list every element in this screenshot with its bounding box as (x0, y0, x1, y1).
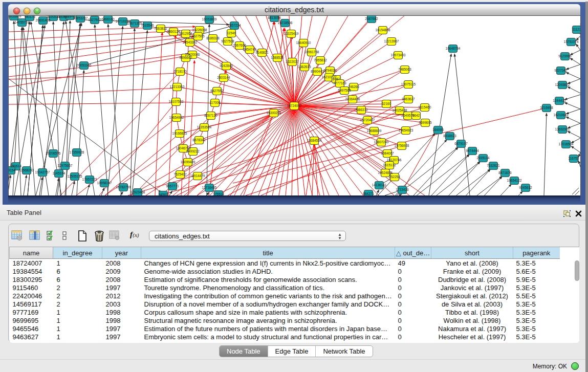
svg-text:8427552: 8427552 (210, 89, 224, 93)
svg-text:13226058: 13226058 (192, 28, 207, 32)
svg-text:117006: 117006 (209, 101, 221, 104)
svg-text:19342757: 19342757 (35, 170, 50, 174)
svg-text:9860124: 9860124 (167, 30, 180, 33)
svg-text:10025438: 10025438 (393, 108, 407, 112)
svg-text:252254: 252254 (389, 175, 400, 179)
svg-text:12213967: 12213967 (384, 39, 399, 43)
svg-text:17957223: 17957223 (82, 178, 97, 181)
svg-text:8912954: 8912954 (179, 32, 192, 35)
svg-text:1588520: 1588520 (271, 56, 284, 59)
svg-text:9699695: 9699695 (419, 121, 432, 124)
svg-text:6497568: 6497568 (338, 89, 351, 92)
svg-text:7986372: 7986372 (355, 108, 368, 112)
svg-text:16107553: 16107553 (169, 100, 184, 103)
svg-text:746266: 746266 (348, 85, 359, 89)
svg-text:7632621: 7632621 (487, 164, 500, 167)
svg-text:10853287: 10853287 (73, 16, 88, 20)
svg-text:7485063: 7485063 (398, 68, 411, 71)
svg-text:18640910: 18640910 (296, 41, 311, 45)
svg-text:14055724: 14055724 (15, 20, 30, 24)
svg-text:14136141: 14136141 (372, 183, 387, 187)
svg-text:20691406: 20691406 (36, 18, 51, 22)
svg-text:19654982: 19654982 (169, 116, 184, 119)
svg-text:9129966: 9129966 (558, 54, 572, 58)
svg-text:10671355: 10671355 (127, 21, 142, 25)
svg-text:8454749: 8454749 (243, 48, 256, 51)
svg-text:17016504: 17016504 (559, 142, 574, 146)
svg-text:2803144: 2803144 (217, 76, 230, 79)
svg-text:62160: 62160 (382, 102, 391, 105)
svg-text:20364436: 20364436 (345, 97, 360, 101)
svg-text:19756928: 19756928 (395, 144, 409, 147)
svg-text:7663822: 7663822 (154, 27, 167, 30)
svg-text:19166825: 19166825 (172, 132, 187, 135)
svg-text:8990443: 8990443 (311, 70, 324, 73)
svg-text:1527602: 1527602 (88, 18, 101, 21)
svg-text:9777169: 9777169 (333, 81, 346, 85)
svg-text:10961758: 10961758 (304, 50, 319, 54)
svg-text:13325419: 13325419 (284, 32, 299, 35)
svg-text:6466160: 6466160 (101, 17, 115, 21)
svg-text:9245612: 9245612 (519, 186, 532, 189)
svg-text:175514: 175514 (213, 192, 224, 195)
svg-text:6879197: 6879197 (454, 142, 468, 145)
svg-text:8678342: 8678342 (192, 138, 206, 142)
svg-text:116753: 116753 (568, 157, 579, 160)
svg-text:5499222: 5499222 (186, 149, 200, 153)
svg-text:9327505: 9327505 (191, 34, 205, 38)
svg-text:9657771: 9657771 (166, 184, 179, 188)
svg-text:16053809: 16053809 (9, 16, 21, 18)
svg-text:18807249: 18807249 (374, 140, 389, 144)
svg-text:15751074: 15751074 (564, 40, 579, 43)
svg-text:2718170: 2718170 (173, 70, 187, 73)
svg-text:9242848: 9242848 (220, 64, 233, 68)
svg-text:12505135: 12505135 (68, 174, 82, 178)
svg-text:8938923: 8938923 (443, 134, 456, 138)
svg-text:11123: 11123 (572, 28, 580, 31)
svg-text:2687682: 2687682 (365, 17, 378, 20)
svg-text:7857224: 7857224 (228, 24, 241, 27)
svg-text:9896662: 9896662 (179, 56, 192, 59)
svg-text:1145194: 1145194 (53, 171, 66, 175)
svg-text:16210643: 16210643 (554, 113, 569, 117)
svg-text:8813054: 8813054 (268, 16, 281, 19)
svg-text:2367608: 2367608 (233, 43, 246, 47)
svg-text:9327508: 9327508 (221, 39, 234, 43)
svg-text:8267130: 8267130 (204, 114, 217, 117)
svg-text:39154: 39154 (9, 168, 15, 172)
svg-text:12093822: 12093822 (555, 83, 570, 86)
svg-text:10973493: 10973493 (391, 53, 406, 57)
svg-text:19654923: 19654923 (399, 128, 413, 132)
svg-text:19218506: 19218506 (278, 21, 293, 25)
svg-text:15720407: 15720407 (360, 118, 375, 122)
svg-text:94507: 94507 (159, 193, 168, 195)
svg-text:13716485: 13716485 (202, 186, 217, 189)
svg-text:9146821: 9146821 (255, 51, 269, 54)
svg-text:13975115: 13975115 (401, 82, 416, 86)
svg-text:16154808: 16154808 (376, 28, 390, 32)
svg-text:19384554: 19384554 (307, 139, 322, 142)
svg-text:16782759: 16782759 (116, 185, 131, 189)
svg-text:990175: 990175 (24, 16, 35, 18)
svg-text:150614: 150614 (10, 164, 21, 168)
svg-text:7515546: 7515546 (141, 24, 154, 27)
svg-text:9084067: 9084067 (381, 151, 394, 155)
svg-text:7625402: 7625402 (173, 172, 187, 176)
svg-text:9115460: 9115460 (419, 105, 431, 109)
svg-text:9463627: 9463627 (402, 97, 415, 101)
svg-text:1733426: 1733426 (396, 188, 409, 191)
svg-text:17359928: 17359928 (70, 150, 84, 154)
svg-text:16120746: 16120746 (387, 158, 402, 162)
svg-text:2935114: 2935114 (477, 156, 490, 160)
svg-text:1362615: 1362615 (298, 65, 311, 69)
svg-text:6794028: 6794028 (323, 69, 337, 72)
svg-text:20053346: 20053346 (77, 63, 92, 67)
svg-text:10688609: 10688609 (367, 129, 382, 133)
svg-text:9474444: 9474444 (466, 149, 479, 152)
svg-text:11353584: 11353584 (197, 125, 212, 129)
svg-text:18724007: 18724007 (287, 104, 302, 107)
svg-text:12213363: 12213363 (170, 85, 185, 89)
svg-text:9227342: 9227342 (554, 69, 568, 72)
svg-text:1244415: 1244415 (553, 99, 566, 102)
svg-text:10958167: 10958167 (97, 181, 112, 185)
